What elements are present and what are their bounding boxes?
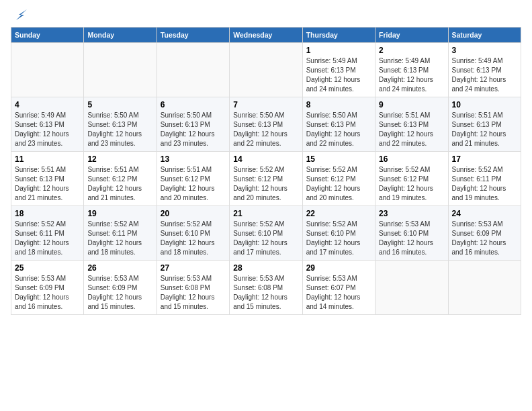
calendar-cell: 3Sunrise: 5:49 AMSunset: 6:13 PMDaylight…: [448, 43, 521, 97]
header-tuesday: Tuesday: [157, 28, 229, 43]
day-info: Sunrise: 5:49 AMSunset: 6:13 PMDaylight:…: [306, 56, 371, 94]
day-info: Sunrise: 5:53 AMSunset: 6:08 PMDaylight:…: [161, 274, 226, 312]
day-info: Sunrise: 5:49 AMSunset: 6:13 PMDaylight:…: [379, 56, 444, 94]
day-info: Sunrise: 5:52 AMSunset: 6:12 PMDaylight:…: [233, 165, 298, 203]
day-info: Sunrise: 5:51 AMSunset: 6:12 PMDaylight:…: [161, 165, 226, 203]
header-wednesday: Wednesday: [230, 28, 302, 43]
week-row-3: 11Sunrise: 5:51 AMSunset: 6:13 PMDayligh…: [11, 152, 521, 206]
day-number: 3: [452, 46, 517, 55]
day-info: Sunrise: 5:51 AMSunset: 6:13 PMDaylight:…: [379, 111, 444, 148]
calendar-cell: 5Sunrise: 5:50 AMSunset: 6:13 PMDaylight…: [84, 97, 157, 152]
day-info: Sunrise: 5:50 AMSunset: 6:13 PMDaylight:…: [233, 111, 298, 148]
day-number: 4: [15, 100, 80, 109]
calendar-cell: 8Sunrise: 5:50 AMSunset: 6:13 PMDaylight…: [302, 97, 375, 152]
day-number: 28: [233, 263, 298, 273]
day-info: Sunrise: 5:52 AMSunset: 6:10 PMDaylight:…: [306, 220, 371, 257]
header-sunday: Sunday: [11, 28, 84, 43]
svg-marker-0: [16, 9, 27, 20]
day-number: 24: [452, 209, 517, 218]
calendar-cell: 14Sunrise: 5:52 AMSunset: 6:12 PMDayligh…: [230, 152, 302, 206]
day-info: Sunrise: 5:52 AMSunset: 6:11 PMDaylight:…: [452, 165, 517, 203]
calendar-cell: [230, 43, 302, 97]
calendar-cell: 18Sunrise: 5:52 AMSunset: 6:11 PMDayligh…: [11, 206, 84, 261]
day-number: 8: [306, 100, 371, 109]
calendar-cell: 23Sunrise: 5:53 AMSunset: 6:10 PMDayligh…: [375, 206, 448, 261]
calendar-cell: 12Sunrise: 5:51 AMSunset: 6:12 PMDayligh…: [84, 152, 157, 206]
day-number: 20: [161, 209, 226, 218]
day-number: 9: [379, 100, 444, 109]
calendar-cell: 6Sunrise: 5:50 AMSunset: 6:13 PMDaylight…: [157, 97, 229, 152]
calendar-cell: 13Sunrise: 5:51 AMSunset: 6:12 PMDayligh…: [157, 152, 229, 206]
calendar-cell: 22Sunrise: 5:52 AMSunset: 6:10 PMDayligh…: [302, 206, 375, 261]
calendar-cell: 26Sunrise: 5:53 AMSunset: 6:09 PMDayligh…: [84, 261, 157, 315]
calendar-cell: 27Sunrise: 5:53 AMSunset: 6:08 PMDayligh…: [157, 261, 229, 315]
day-info: Sunrise: 5:52 AMSunset: 6:12 PMDaylight:…: [379, 165, 444, 203]
calendar-cell: [375, 261, 448, 315]
day-info: Sunrise: 5:53 AMSunset: 6:07 PMDaylight:…: [306, 274, 371, 312]
day-info: Sunrise: 5:53 AMSunset: 6:09 PMDaylight:…: [87, 274, 152, 312]
day-number: 18: [15, 209, 80, 218]
day-info: Sunrise: 5:52 AMSunset: 6:11 PMDaylight:…: [15, 220, 80, 257]
calendar-cell: 16Sunrise: 5:52 AMSunset: 6:12 PMDayligh…: [375, 152, 448, 206]
day-number: 16: [379, 154, 444, 164]
header-thursday: Thursday: [302, 28, 375, 43]
day-info: Sunrise: 5:50 AMSunset: 6:13 PMDaylight:…: [161, 111, 226, 148]
calendar-cell: [448, 261, 521, 315]
day-info: Sunrise: 5:51 AMSunset: 6:12 PMDaylight:…: [87, 165, 152, 203]
day-info: Sunrise: 5:52 AMSunset: 6:10 PMDaylight:…: [233, 220, 298, 257]
calendar-table: SundayMondayTuesdayWednesdayThursdayFrid…: [11, 27, 521, 315]
week-row-4: 18Sunrise: 5:52 AMSunset: 6:11 PMDayligh…: [11, 206, 521, 261]
day-number: 21: [233, 209, 298, 218]
day-number: 17: [452, 154, 517, 164]
day-number: 23: [379, 209, 444, 218]
calendar-cell: [157, 43, 229, 97]
day-info: Sunrise: 5:53 AMSunset: 6:09 PMDaylight:…: [452, 220, 517, 257]
day-number: 10: [452, 100, 517, 109]
day-number: 1: [306, 46, 371, 55]
week-row-2: 4Sunrise: 5:49 AMSunset: 6:13 PMDaylight…: [11, 97, 521, 152]
calendar-cell: 17Sunrise: 5:52 AMSunset: 6:11 PMDayligh…: [448, 152, 521, 206]
day-number: 13: [161, 154, 226, 164]
day-info: Sunrise: 5:52 AMSunset: 6:10 PMDaylight:…: [161, 220, 226, 257]
day-info: Sunrise: 5:53 AMSunset: 6:08 PMDaylight:…: [233, 274, 298, 312]
day-info: Sunrise: 5:49 AMSunset: 6:13 PMDaylight:…: [15, 111, 80, 148]
day-number: 25: [15, 263, 80, 273]
calendar-header-row: SundayMondayTuesdayWednesdayThursdayFrid…: [11, 28, 521, 43]
calendar-cell: 11Sunrise: 5:51 AMSunset: 6:13 PMDayligh…: [11, 152, 84, 206]
calendar-cell: 9Sunrise: 5:51 AMSunset: 6:13 PMDaylight…: [375, 97, 448, 152]
day-info: Sunrise: 5:51 AMSunset: 6:13 PMDaylight:…: [452, 111, 517, 148]
logo: [11, 11, 27, 20]
day-info: Sunrise: 5:51 AMSunset: 6:13 PMDaylight:…: [15, 165, 80, 203]
calendar-cell: 1Sunrise: 5:49 AMSunset: 6:13 PMDaylight…: [302, 43, 375, 97]
calendar-cell: 28Sunrise: 5:53 AMSunset: 6:08 PMDayligh…: [230, 261, 302, 315]
day-info: Sunrise: 5:52 AMSunset: 6:12 PMDaylight:…: [306, 165, 371, 203]
day-number: 22: [306, 209, 371, 218]
day-number: 6: [161, 100, 226, 109]
day-info: Sunrise: 5:53 AMSunset: 6:09 PMDaylight:…: [15, 274, 80, 312]
day-info: Sunrise: 5:49 AMSunset: 6:13 PMDaylight:…: [452, 56, 517, 94]
calendar-cell: 10Sunrise: 5:51 AMSunset: 6:13 PMDayligh…: [448, 97, 521, 152]
calendar-cell: 7Sunrise: 5:50 AMSunset: 6:13 PMDaylight…: [230, 97, 302, 152]
day-info: Sunrise: 5:52 AMSunset: 6:11 PMDaylight:…: [87, 220, 152, 257]
header-saturday: Saturday: [448, 28, 521, 43]
week-row-5: 25Sunrise: 5:53 AMSunset: 6:09 PMDayligh…: [11, 261, 521, 315]
day-number: 12: [87, 154, 152, 164]
day-number: 7: [233, 100, 298, 109]
logo-block: [11, 11, 27, 20]
calendar-cell: 15Sunrise: 5:52 AMSunset: 6:12 PMDayligh…: [302, 152, 375, 206]
day-info: Sunrise: 5:50 AMSunset: 6:13 PMDaylight:…: [306, 111, 371, 148]
day-number: 11: [15, 154, 80, 164]
calendar-cell: 25Sunrise: 5:53 AMSunset: 6:09 PMDayligh…: [11, 261, 84, 315]
logo-bird-icon: [12, 8, 27, 20]
calendar-cell: 29Sunrise: 5:53 AMSunset: 6:07 PMDayligh…: [302, 261, 375, 315]
day-number: 14: [233, 154, 298, 164]
day-info: Sunrise: 5:50 AMSunset: 6:13 PMDaylight:…: [87, 111, 152, 148]
calendar-cell: 20Sunrise: 5:52 AMSunset: 6:10 PMDayligh…: [157, 206, 229, 261]
calendar-cell: 4Sunrise: 5:49 AMSunset: 6:13 PMDaylight…: [11, 97, 84, 152]
day-number: 19: [87, 209, 152, 218]
week-row-1: 1Sunrise: 5:49 AMSunset: 6:13 PMDaylight…: [11, 43, 521, 97]
header-friday: Friday: [375, 28, 448, 43]
day-number: 27: [161, 263, 226, 273]
day-info: Sunrise: 5:53 AMSunset: 6:10 PMDaylight:…: [379, 220, 444, 257]
calendar-cell: [84, 43, 157, 97]
